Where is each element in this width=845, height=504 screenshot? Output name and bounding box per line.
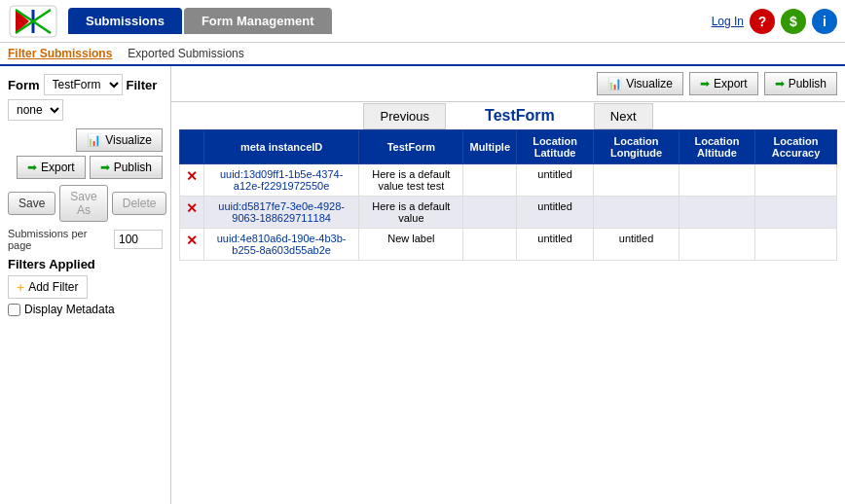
row-acc (755, 197, 837, 229)
spp-label: Submissions per page (8, 228, 110, 251)
delete-row-button[interactable]: ✕ (186, 168, 198, 184)
publish-button[interactable]: ➡ Publish (90, 156, 163, 179)
row-testform: New label (359, 229, 463, 261)
row-testform: Here is a default value (359, 197, 463, 229)
col-meta: meta instanceID (204, 130, 359, 164)
table-row: ✕ uuid:13d09ff1-1b5e-4374-a12e-f22919725… (180, 164, 837, 197)
export-icon-right: ➡ (700, 77, 710, 90)
col-alt: Location Altitude (679, 130, 754, 164)
delete-row-button[interactable]: ✕ (186, 233, 198, 248)
form-filter-row: Form TestForm Filter none (8, 74, 163, 121)
col-multiple: Multiple (463, 130, 517, 164)
row-delete-cell[interactable]: ✕ (180, 164, 204, 197)
next-button[interactable]: Next (594, 103, 653, 129)
export-button[interactable]: ➡ Export (17, 156, 86, 179)
delete-button[interactable]: Delete (112, 192, 167, 215)
table-row: ✕ uuid:4e810a6d-190e-4b3b-b255-8a603d55a… (180, 229, 837, 261)
app-logo (8, 4, 58, 39)
col-lat: Location Latitude (517, 130, 594, 164)
row-delete-cell[interactable]: ✕ (180, 197, 204, 229)
row-alt (679, 197, 754, 229)
row-alt (679, 164, 754, 197)
row-lng (594, 197, 680, 229)
row-uuid: uuid:4e810a6d-190e-4b3b-b255-8a603d55ab2… (204, 229, 359, 261)
action-buttons: Save Save As Delete (8, 185, 163, 222)
export-icon: ➡ (27, 161, 37, 174)
publish-icon-right: ➡ (775, 77, 785, 90)
tab-form-management[interactable]: Form Management (184, 8, 332, 34)
col-lng: Location Longitude (594, 130, 680, 164)
previous-button[interactable]: Previous (363, 103, 446, 129)
save-as-button[interactable]: Save As (59, 185, 107, 222)
subnav-exported-submissions[interactable]: Exported Submissions (128, 47, 243, 60)
tab-submissions[interactable]: Submissions (68, 8, 182, 34)
subnav-filter-submissions[interactable]: Filter Submissions (8, 47, 112, 60)
login-link[interactable]: Log In (712, 15, 744, 28)
row-delete-cell[interactable]: ✕ (180, 229, 204, 261)
form-label: Form (8, 78, 40, 92)
display-metadata-checkbox[interactable] (8, 304, 20, 316)
row-multiple (463, 164, 517, 197)
chart-icon-right: 📊 (607, 77, 622, 90)
col-acc: Location Accuracy (755, 130, 837, 164)
pagination-row: Previous TestForm Next (179, 102, 837, 129)
filters-title: Filters Applied (8, 257, 163, 271)
submissions-per-page-row: Submissions per page (8, 228, 163, 251)
row-acc (755, 164, 837, 197)
row-lng: untitled (594, 229, 680, 261)
publish-button-right[interactable]: ➡ Publish (764, 72, 837, 95)
row-lat: untitled (517, 229, 594, 261)
col-testform: TestForm (359, 130, 463, 164)
visualize-button-right[interactable]: 📊 Visualize (597, 72, 683, 95)
export-button-right[interactable]: ➡ Export (689, 72, 758, 95)
row-uuid: uuid:13d09ff1-1b5e-4374-a12e-f2291972550… (204, 164, 359, 197)
form-select[interactable]: TestForm (44, 74, 123, 95)
wallet-icon[interactable]: $ (781, 9, 806, 34)
row-lat: untitled (517, 197, 594, 229)
spp-input[interactable] (114, 230, 163, 249)
display-metadata-row: Display Metadata (8, 303, 163, 316)
filter-select[interactable]: none (8, 99, 63, 121)
help-icon[interactable]: ? (750, 9, 775, 34)
row-alt (679, 229, 754, 261)
col-delete (180, 130, 204, 164)
table-row: ✕ uuid:d5817fe7-3e0e-4928-9063-188629711… (180, 197, 837, 229)
submissions-table: meta instanceID TestForm Multiple Locati… (179, 129, 837, 261)
plus-icon: + (17, 279, 24, 295)
delete-row-button[interactable]: ✕ (186, 200, 198, 216)
display-metadata-label: Display Metadata (24, 303, 115, 316)
info-icon[interactable]: i (812, 9, 837, 34)
row-testform: Here is a default value test test (359, 164, 463, 197)
row-lat: untitled (517, 164, 594, 197)
row-multiple (463, 197, 517, 229)
save-button[interactable]: Save (8, 192, 55, 215)
row-lng (594, 164, 680, 197)
filter-label: Filter (127, 78, 158, 92)
chart-icon: 📊 (87, 133, 101, 147)
add-filter-button[interactable]: + Add Filter (8, 275, 88, 299)
row-uuid: uuid:d5817fe7-3e0e-4928-9063-18862971118… (204, 197, 359, 229)
visualize-button[interactable]: 📊 Visualize (76, 128, 163, 152)
form-title: TestForm (446, 102, 594, 129)
row-acc (755, 229, 837, 261)
publish-icon: ➡ (100, 161, 110, 174)
row-multiple (463, 229, 517, 261)
